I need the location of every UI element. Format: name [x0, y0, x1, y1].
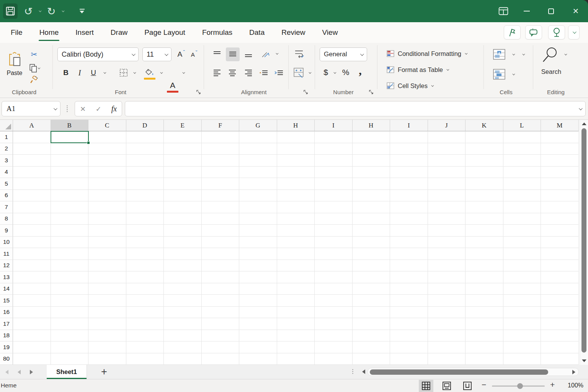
cell-B80-col1[interactable]	[51, 353, 89, 365]
column-header-10-I[interactable]: I	[390, 120, 428, 131]
cell-G1-col6[interactable]	[239, 131, 277, 143]
tab-insert[interactable]: Insert	[67, 22, 102, 43]
cell-L4-col13[interactable]	[503, 167, 541, 178]
zoom-slider[interactable]	[492, 385, 545, 387]
cell-J7-col11[interactable]	[428, 201, 466, 213]
horizontal-scrollbar-thumb[interactable]	[370, 369, 548, 375]
cell-G18-col6[interactable]	[239, 330, 277, 342]
row-header-11[interactable]: 11	[0, 248, 13, 260]
cell-J12-col11[interactable]	[428, 260, 466, 272]
cell-C16-col2[interactable]	[88, 307, 126, 318]
cell-B8-col1[interactable]	[51, 213, 89, 225]
cell-C4-col2[interactable]	[88, 167, 126, 178]
underline-button[interactable]: U	[88, 67, 99, 79]
cell-M10-col14[interactable]	[541, 237, 579, 248]
font-color-dropdown[interactable]	[179, 68, 187, 77]
cell-J19-col11[interactable]	[428, 341, 466, 353]
page-break-preview-button[interactable]	[460, 380, 475, 392]
cell-F17-col5[interactable]	[202, 318, 240, 330]
column-header-7-H[interactable]: H	[277, 120, 315, 131]
column-header-3-D[interactable]: D	[126, 120, 164, 131]
cell-F3-col5[interactable]	[202, 155, 240, 167]
cell-L12-col13[interactable]	[503, 260, 541, 272]
cell-L18-col13[interactable]	[503, 330, 541, 342]
cell-C1-col2[interactable]	[88, 131, 126, 143]
cell-E80-col4[interactable]	[164, 353, 202, 365]
cell-H8-col7[interactable]	[277, 213, 315, 225]
tab-file[interactable]: File	[2, 22, 31, 43]
cell-H5-col9[interactable]	[353, 178, 390, 190]
cell-J4-col11[interactable]	[428, 167, 466, 178]
cell-I1-col8[interactable]	[315, 131, 353, 143]
cell-E10-col4[interactable]	[164, 237, 202, 248]
delete-cells-button[interactable]	[491, 67, 508, 82]
cell-L8-col13[interactable]	[503, 213, 541, 225]
cell-G7-col6[interactable]	[239, 201, 277, 213]
cell-K16-col12[interactable]	[466, 307, 503, 318]
percent-format-button[interactable]: %	[340, 66, 351, 79]
column-header-8-I[interactable]: I	[315, 120, 353, 131]
cell-H2-col9[interactable]	[353, 143, 390, 155]
cell-F2-col5[interactable]	[202, 143, 240, 155]
cell-H3-col7[interactable]	[277, 155, 315, 167]
cell-B11-col1[interactable]	[51, 248, 89, 260]
normal-view-button[interactable]	[419, 380, 433, 392]
tab-home[interactable]: Home	[31, 22, 67, 43]
cell-I5-col8[interactable]	[315, 178, 353, 190]
column-header-13-L[interactable]: L	[503, 120, 541, 131]
cell-E2-col4[interactable]	[164, 143, 202, 155]
cell-D7-col3[interactable]	[126, 201, 164, 213]
cell-J13-col11[interactable]	[428, 271, 466, 283]
cell-M9-col14[interactable]	[541, 225, 579, 237]
cells-extra-dropdown[interactable]	[519, 50, 527, 59]
maximize-button[interactable]	[544, 5, 558, 18]
cell-D13-col3[interactable]	[126, 271, 164, 283]
cell-H8-col9[interactable]	[353, 213, 390, 225]
cell-H13-col7[interactable]	[277, 271, 315, 283]
cell-I12-col8[interactable]	[315, 260, 353, 272]
cell-E16-col4[interactable]	[164, 307, 202, 318]
row-header-80[interactable]: 80	[0, 353, 13, 365]
column-header-14-M[interactable]: M	[541, 120, 579, 131]
cell-F1-col5[interactable]	[202, 131, 240, 143]
align-center-button[interactable]	[226, 67, 239, 79]
cell-A17-col0[interactable]	[13, 318, 51, 330]
cell-D18-col3[interactable]	[126, 330, 164, 342]
cell-I19-col10[interactable]	[390, 341, 428, 353]
cell-F5-col5[interactable]	[202, 178, 240, 190]
name-box[interactable]: A1	[2, 101, 60, 116]
cell-A6-col0[interactable]	[13, 190, 51, 202]
customize-quick-access-button[interactable]	[76, 3, 88, 19]
tab-draw[interactable]: Draw	[102, 22, 136, 43]
cell-A10-col0[interactable]	[13, 237, 51, 248]
cell-I2-col10[interactable]	[390, 143, 428, 155]
cell-L7-col13[interactable]	[503, 201, 541, 213]
selected-cell-outline[interactable]	[51, 131, 89, 143]
cell-J3-col11[interactable]	[428, 155, 466, 167]
cell-A2-col0[interactable]	[13, 143, 51, 155]
row-header-9[interactable]: 9	[0, 225, 13, 237]
cell-H10-col7[interactable]	[277, 237, 315, 248]
cell-E18-col4[interactable]	[164, 330, 202, 342]
cell-C19-col2[interactable]	[88, 341, 126, 353]
cell-B2-col1[interactable]	[51, 143, 89, 155]
cell-K14-col12[interactable]	[466, 283, 503, 295]
format-as-table-button[interactable]: Format as Table	[387, 64, 448, 76]
zoom-out-button[interactable]: −	[482, 380, 486, 389]
redo-dropdown[interactable]	[59, 3, 66, 19]
cell-E19-col4[interactable]	[164, 341, 202, 353]
cell-C11-col2[interactable]	[88, 248, 126, 260]
cell-K15-col12[interactable]	[466, 295, 503, 307]
cell-J17-col11[interactable]	[428, 318, 466, 330]
cell-L1-col13[interactable]	[503, 131, 541, 143]
row-header-5[interactable]: 5	[0, 178, 13, 190]
cell-I16-col10[interactable]	[390, 307, 428, 318]
cell-K19-col12[interactable]	[466, 341, 503, 353]
cell-K13-col12[interactable]	[466, 271, 503, 283]
cell-L5-col13[interactable]	[503, 178, 541, 190]
cell-J9-col11[interactable]	[428, 225, 466, 237]
cell-I6-col8[interactable]	[315, 190, 353, 202]
page-layout-view-button[interactable]	[439, 380, 454, 392]
cell-K6-col12[interactable]	[466, 190, 503, 202]
cell-L17-col13[interactable]	[503, 318, 541, 330]
